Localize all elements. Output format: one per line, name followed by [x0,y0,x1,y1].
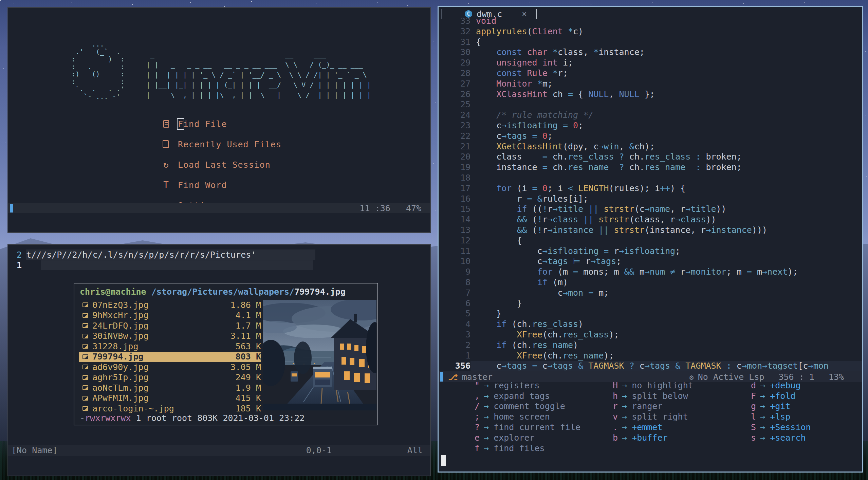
menu-item-find-file[interactable]: Find File [8,114,430,134]
cursor-position: 11 :36 [360,203,390,213]
whichkey-binding--fold[interactable]: F→+fold [751,391,811,401]
arrow-icon: → [756,381,770,390]
whichkey-binding--lsp[interactable]: l→+lsp [751,411,811,422]
code-line[interactable]: 13 && (!r→instance || strstr(instance, r… [439,225,862,236]
code-line[interactable]: 9 for (m = mons; m && m→num ≠ r→monitor;… [439,267,862,277]
whichkey-binding-split-below[interactable]: h→split below [613,391,693,401]
code-line[interactable]: 14 && (!r→class || strstr(class, r→class… [439,215,862,225]
code-line[interactable]: 24 /* rule matching */ [439,110,862,121]
image-file-icon [82,375,88,380]
code-line[interactable]: 20 class = ch.res_class ? ch.res_class :… [439,152,862,162]
code-line[interactable]: 7 c→mon = m; [439,288,862,298]
menu-item-recently-used-files[interactable]: Recently Used Files [8,134,430,154]
line-number: 1 [439,351,470,361]
line-number: 22 [439,131,470,142]
whichkey-binding-registers[interactable]: "→registers [475,380,580,391]
code-line[interactable]: 3 XFree(ch.res_class); [439,330,862,340]
whichkey-binding--debug[interactable]: d→+debug [751,380,811,391]
whichkey-label: home screen [494,412,550,422]
line-number: 18 [439,173,470,183]
code-line[interactable]: 18 [439,173,862,183]
whichkey-binding-find-files[interactable]: f→find files [475,443,580,454]
whichkey-binding-comment-toggle[interactable]: /→comment toggle [475,401,580,412]
code-line[interactable]: 8 if (m) [439,277,862,288]
whichkey-binding--git[interactable]: g→+git [751,401,811,412]
code-line[interactable]: 22 c→tags = 0; [439,131,862,142]
arrow-icon: → [480,443,494,453]
line-number: 5 [439,309,470,319]
whichkey-binding-home-screen[interactable]: ;→home screen [475,411,580,422]
file-row[interactable]: APwFMIM.jpg 415 K [79,393,261,404]
code-line[interactable]: 30 const char *class, *instance; [439,47,862,58]
whichkey-binding-find-current-file[interactable]: ?→find current file [475,422,580,432]
code-line[interactable]: 25 [439,99,862,110]
whichkey-binding-expand-tags[interactable]: ,→expand tags [475,391,580,401]
file-row[interactable]: aghr5Ip.jpg 249 K [79,372,261,383]
whichkey-label: +debug [770,381,800,390]
whichkey-binding-ranger[interactable]: r→ranger [613,401,693,412]
code-line[interactable]: 2 if (ch.res_name) [439,340,862,351]
code-line[interactable]: 33void [439,16,862,26]
code-line[interactable]: 5 } [439,309,862,319]
code-text: { [470,37,862,48]
code-line[interactable]: 12 { [439,236,862,246]
file-size: 185 K [236,403,261,414]
letter-t-icon: T [161,181,171,189]
buffer-line[interactable]: 2 t///s/P//2/h/c/.l/s/n/s/p/p/s/r/r/s/Pi… [8,250,430,260]
whichkey-binding--search[interactable]: s→+search [751,432,811,443]
code-line[interactable]: 31{ [439,37,862,48]
buffer-line[interactable]: 1 [8,260,430,271]
code-line[interactable]: 1 XFree(ch.res_name); [439,351,862,361]
whichkey-binding-no-highlight[interactable]: H→no highlight [613,380,693,391]
code-text: instance = ch.res_name ? ch.res_name : b… [470,162,862,173]
code-text: } [470,298,862,309]
code-line[interactable]: 6 } [439,298,862,309]
code-line[interactable]: 27 Monitor *m; [439,79,862,89]
file-row[interactable]: 9hMxcHr.jpg 4.1 M [79,310,261,321]
code-line[interactable]: 17 for (i = 0; i < LENGTH(rules); i++) { [439,183,862,194]
code-line-current[interactable]: 356 c→tags = c→tags & TAGMASK ? c→tags &… [439,361,862,371]
line-number: 12 [439,236,470,246]
code-line[interactable]: 16 r = &rules[i]; [439,194,862,204]
whichkey-label: ranger [632,401,662,411]
file-row[interactable]: 31228.jpg 563 K [79,341,261,352]
code-line[interactable]: 21 XGetClassHint(dpy, c→win, &ch); [439,142,862,152]
code-line[interactable]: 29 unsigned int i; [439,58,862,68]
code-text: c→tags = c→tags & TAGMASK ? c→tags & TAG… [470,361,862,371]
file-row[interactable]: arco-login-~.jpg185 K [79,403,261,414]
code-line[interactable]: 32applyrules(Client *c) [439,26,862,37]
line-number: 4 [439,319,470,330]
file-row[interactable]: 24LrDFQ.jpg 1.7 M [79,320,261,331]
image-file-icon [82,344,88,349]
desktop: _ ... _ .' (_` . : _) : : . : :) () : : … [0,0,868,480]
line-number: 17 [439,183,470,194]
whichkey-key: b [613,433,618,443]
code-text [470,173,862,183]
code-text: void [470,16,862,26]
code-area[interactable]: 33void32applyrules(Client *c)31{30 const… [439,16,862,371]
code-line[interactable]: 23 c→isfloating = 0; [439,121,862,131]
code-line[interactable]: 10 c→tags ⊨ r→tags; [439,256,862,267]
file-row[interactable]: ad6v90y.jpg3.05 M [79,362,261,372]
menu-item-find-word[interactable]: TFind Word [8,175,430,195]
whichkey-key: H [613,381,618,390]
menu-item-load-last-session[interactable]: ↻Load Last Session [8,154,430,175]
menu-item-label: Load Last Session [178,160,271,170]
code-line[interactable]: 28 const Rule *r; [439,68,862,79]
code-line[interactable]: 4 if (ch.res_class) [439,319,862,330]
code-line[interactable]: 11 c→isfloating = r→isfloating; [439,246,862,257]
whichkey-binding--session[interactable]: S→+Session [751,422,811,432]
file-row[interactable]: 799794.jpg 803 K [79,352,261,362]
code-line[interactable]: 19 instance = ch.res_name ? ch.res_name … [439,162,862,173]
file-row[interactable]: 07nEzQ3.jpg1.86 M [79,300,261,310]
code-text: const Rule *r; [470,68,862,79]
whichkey-binding--buffer[interactable]: b→+buffer [613,432,693,443]
code-line[interactable]: 15 if ((!r→title || strstr(c→name, r→tit… [439,204,862,215]
code-line[interactable]: 26 XClassHint ch = { NULL, NULL }; [439,89,862,100]
file-row[interactable]: aoNcTLm.jpg 1.9 M [79,383,261,393]
mode-indicator-bar [10,204,13,213]
file-row[interactable]: 30iNVBw.jpg3.11 M [79,331,261,341]
whichkey-binding-explorer[interactable]: e→explorer [475,432,580,443]
whichkey-binding--emmet[interactable]: .→+emmet [613,422,693,432]
whichkey-binding-split-right[interactable]: v→split right [613,411,693,422]
